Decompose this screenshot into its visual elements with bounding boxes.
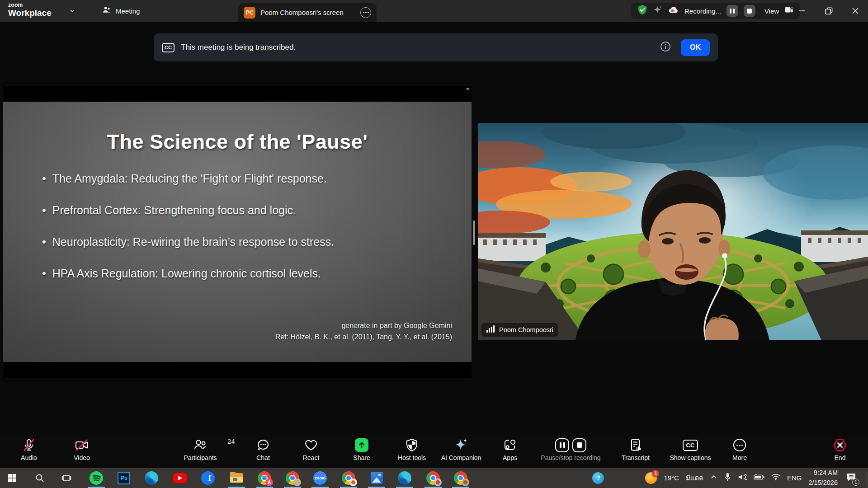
- video-label: Video: [74, 454, 90, 461]
- tray-wifi-icon[interactable]: [771, 474, 780, 483]
- profile-badge: [293, 479, 301, 486]
- audio-button[interactable]: Audio: [2, 437, 56, 461]
- more-label: More: [732, 454, 747, 461]
- host-tools-label: Host tools: [398, 454, 426, 461]
- weather-sun-icon[interactable]: 1: [645, 472, 657, 484]
- chat-button[interactable]: Chat: [236, 437, 290, 461]
- show-desktop-button[interactable]: [867, 471, 867, 485]
- taskbar-file-explorer[interactable]: [226, 468, 246, 488]
- shared-screen-region: The Science of the 'Pause' The Amygdala:…: [3, 86, 472, 378]
- taskbar-youtube[interactable]: [170, 468, 190, 488]
- zoom-app-icon: zoom: [313, 471, 327, 485]
- taskbar-photos[interactable]: [367, 468, 387, 488]
- windows-taskbar: Ps f A zoom ? 1 19°C มีแดด: [0, 468, 868, 488]
- window-minimize-button[interactable]: [792, 0, 812, 22]
- chrome-icon: [426, 471, 440, 485]
- stop-recording-button[interactable]: [744, 5, 755, 17]
- apps-button[interactable]: Apps: [483, 437, 537, 461]
- pause-recording-toolbar-button[interactable]: [555, 438, 569, 452]
- security-shield-icon[interactable]: [637, 5, 647, 17]
- taskbar-chrome-profile-brown[interactable]: [451, 468, 471, 488]
- presentation-slide: The Science of the 'Pause' The Amygdala:…: [3, 102, 472, 362]
- taskbar-chrome-profile-m[interactable]: [339, 468, 359, 488]
- photos-icon: [371, 472, 383, 484]
- clock-date: 2/15/2026: [808, 478, 838, 488]
- more-button[interactable]: More: [712, 437, 767, 461]
- taskbar-chrome-profile-avatar[interactable]: [283, 468, 302, 488]
- window-close-button[interactable]: [845, 0, 866, 22]
- react-button[interactable]: React: [284, 437, 338, 461]
- audio-signal-bars-icon: [486, 325, 495, 334]
- clock[interactable]: 9:24 AM 2/15/2026: [808, 468, 838, 487]
- participant-video-scene: [478, 123, 868, 340]
- help-icon[interactable]: ?: [592, 472, 604, 484]
- search-icon[interactable]: [30, 468, 50, 488]
- tab-meeting[interactable]: Meeting: [96, 0, 146, 22]
- window-restore-button[interactable]: [818, 0, 839, 22]
- avatar: PC: [244, 7, 255, 19]
- video-button[interactable]: Video: [55, 437, 109, 461]
- audio-label: Audio: [21, 454, 37, 461]
- taskbar-spotify[interactable]: [86, 468, 106, 488]
- transcription-message: This meeting is being transcribed.: [181, 43, 660, 52]
- end-meeting-button[interactable]: End: [813, 437, 867, 461]
- chrome-icon: [286, 471, 299, 485]
- participant-video-tile[interactable]: Poom Chompoosri: [478, 123, 868, 340]
- pause-stop-recording-control: Pause/stop recording: [533, 437, 608, 461]
- info-icon[interactable]: [660, 41, 671, 54]
- taskbar-edge-2[interactable]: [395, 468, 415, 488]
- tab-screen-share[interactable]: PC Poom Chompoosri's screen: [238, 3, 377, 22]
- weather-description[interactable]: มีแดด: [686, 473, 703, 483]
- taskbar-chrome-profile-a[interactable]: A: [255, 468, 274, 488]
- tray-microphone-icon[interactable]: [724, 473, 731, 483]
- chrome-icon: A: [258, 471, 271, 485]
- ok-button[interactable]: OK: [681, 39, 710, 56]
- edge-icon: [145, 471, 158, 485]
- slide-bullet: Neuroplasticity: Re-wiring the brain’s r…: [42, 235, 334, 249]
- share-button[interactable]: Share: [335, 437, 389, 461]
- clock-time: 9:24 AM: [808, 468, 838, 478]
- participants-button[interactable]: 24 Participants: [173, 437, 227, 461]
- show-captions-button[interactable]: CC Show captions: [663, 437, 717, 461]
- start-button[interactable]: [2, 468, 22, 488]
- transcript-label: Transcript: [622, 454, 650, 461]
- notification-center-icon[interactable]: 1: [846, 473, 856, 483]
- chrome-icon: [342, 471, 355, 485]
- panel-resize-handle[interactable]: [473, 221, 475, 245]
- brand-workplace: Workplace: [8, 9, 52, 17]
- taskbar-facebook[interactable]: f: [198, 468, 218, 488]
- spotify-icon: [90, 471, 103, 485]
- share-label: Share: [353, 454, 370, 461]
- end-hexagon-icon: [833, 437, 847, 453]
- task-view-icon[interactable]: [57, 468, 76, 488]
- transcript-button[interactable]: Transcript: [609, 437, 663, 461]
- taskbar-photoshop[interactable]: Ps: [114, 468, 134, 488]
- slide-bullet: The Amygdala: Reducing the 'Fight or Fli…: [42, 172, 334, 185]
- meeting-status-pill: Recording... View: [631, 3, 800, 19]
- tab-options-ellipsis-icon[interactable]: [360, 7, 371, 18]
- weather-temperature[interactable]: 19°C: [664, 474, 679, 482]
- system-tray: ? 1 19°C มีแดด ENG 9:24 AM 2/15/2026 1: [592, 468, 867, 488]
- transcript-document-icon: [629, 437, 642, 453]
- pause-stop-recording-label: Pause/stop recording: [541, 454, 600, 461]
- captions-cc-icon: CC: [683, 440, 698, 451]
- view-button-label: View: [764, 7, 779, 15]
- taskbar-chrome-profile-red[interactable]: [423, 468, 443, 488]
- participants-icon: 24: [193, 437, 208, 453]
- tray-speaker-icon[interactable]: [738, 473, 747, 483]
- workspace-chevron-down-icon[interactable]: [69, 7, 76, 16]
- tray-chevron-up-icon[interactable]: [710, 474, 717, 483]
- language-indicator[interactable]: ENG: [787, 474, 802, 482]
- slide-reference: Ref: Hölzel, B. K., et al. (2011), Tang,…: [275, 332, 452, 343]
- slide-bullet-list: The Amygdala: Reducing the 'Fight or Fli…: [42, 172, 334, 299]
- ai-companion-status-icon[interactable]: [653, 5, 663, 17]
- taskbar-zoom[interactable]: zoom: [310, 468, 330, 488]
- tray-battery-icon[interactable]: [754, 474, 764, 482]
- ai-companion-button[interactable]: AI Companion: [434, 437, 488, 461]
- stop-recording-toolbar-button[interactable]: [572, 438, 586, 452]
- taskbar-edge[interactable]: [142, 468, 161, 488]
- slide-title: The Science of the 'Pause': [3, 130, 472, 154]
- host-tools-button[interactable]: Host tools: [385, 437, 439, 461]
- pause-recording-button[interactable]: [726, 5, 738, 17]
- slide-credit: generate in part by Google Gemini: [275, 320, 452, 332]
